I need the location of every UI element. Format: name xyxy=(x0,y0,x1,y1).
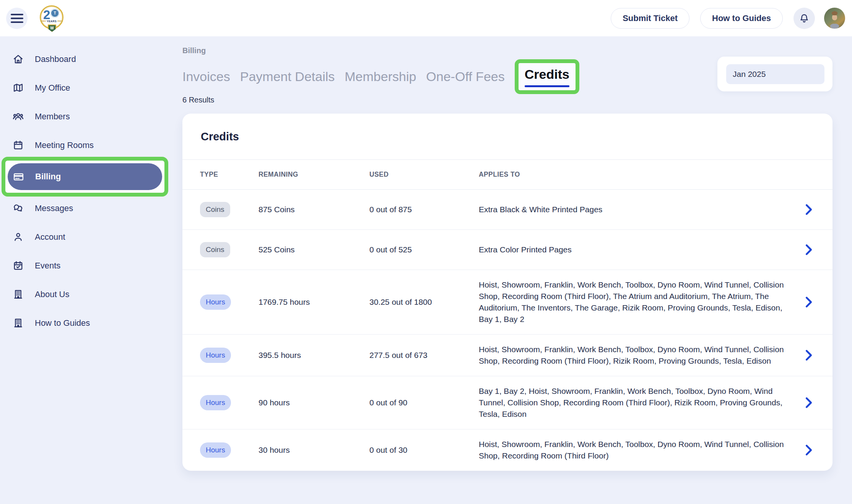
type-badge: Coins xyxy=(200,242,230,257)
used-value: 0 out of 30 xyxy=(369,445,479,455)
topbar: 2 T 2004 YEARS 2024 W Submit Ticket How … xyxy=(0,0,852,36)
sidebar-item-my-office[interactable]: My Office xyxy=(0,73,182,102)
applies-to-value: Extra Black & White Printed Pages xyxy=(479,204,796,215)
table-row[interactable]: Hours 1769.75 hours 30.25 out of 1800 Ho… xyxy=(182,270,832,335)
month-filter-input[interactable]: Jan 2025 xyxy=(726,64,824,84)
tab-credits[interactable]: Credits xyxy=(525,67,569,82)
used-value: 30.25 out of 1800 xyxy=(369,298,479,307)
logo-shield-icon: W xyxy=(48,24,56,32)
sidebar-item-label: How to Guides xyxy=(35,318,90,328)
annotation-highlight-billing: Billing xyxy=(2,157,168,197)
applies-to-value: Hoist, Showroom, Franklin, Work Bench, T… xyxy=(479,439,796,462)
sidebar: Dashboard My Office Members Meeting Room… xyxy=(0,36,182,337)
sidebar-item-label: Messages xyxy=(35,203,73,213)
hamburger-icon xyxy=(11,14,23,15)
tab-membership[interactable]: Membership xyxy=(345,69,416,84)
remaining-value: 395.5 hours xyxy=(259,351,369,360)
date-filter-card: Jan 2025 xyxy=(717,57,832,91)
hamburger-menu-button[interactable] xyxy=(6,8,28,29)
breadcrumb: Billing xyxy=(182,46,832,55)
sidebar-item-label: My Office xyxy=(35,83,70,93)
sidebar-item-meeting-rooms[interactable]: Meeting Rooms xyxy=(0,131,182,159)
table-header-row: TYPE REMAINING USED APPLIES TO xyxy=(182,160,832,190)
home-icon xyxy=(12,53,24,65)
chevron-right-icon[interactable] xyxy=(804,204,813,215)
card-title: Credits xyxy=(201,130,239,143)
results-count: 6 Results xyxy=(182,96,832,104)
sidebar-item-how-to-guides[interactable]: How to Guides xyxy=(0,309,182,337)
applies-to-value: Hoist, Showroom, Franklin, Work Bench, T… xyxy=(479,279,796,325)
table-row[interactable]: Coins 525 Coins 0 out of 525 Extra Color… xyxy=(182,230,832,270)
tab-payment-details[interactable]: Payment Details xyxy=(240,69,335,84)
sidebar-item-label: Account xyxy=(35,232,65,242)
used-value: 0 out of 525 xyxy=(369,245,479,254)
column-header-type: TYPE xyxy=(200,171,259,179)
members-icon xyxy=(12,111,24,122)
tab-one-off-fees[interactable]: One-Off Fees xyxy=(426,69,504,84)
person-icon xyxy=(12,231,24,243)
sidebar-item-messages[interactable]: Messages xyxy=(0,194,182,223)
chevron-right-icon[interactable] xyxy=(804,397,813,408)
remaining-value: 525 Coins xyxy=(259,245,369,254)
anniversary-logo: 2 T 2004 YEARS 2024 W xyxy=(40,5,64,32)
type-badge: Hours xyxy=(200,294,231,310)
remaining-value: 1769.75 hours xyxy=(259,298,369,307)
logo-seal-icon: T xyxy=(50,9,59,18)
map-icon xyxy=(12,82,24,94)
type-badge: Hours xyxy=(200,395,231,410)
bell-icon xyxy=(798,13,810,24)
applies-to-value: Hoist, Showroom, Franklin, Work Bench, T… xyxy=(479,344,796,367)
chat-icon xyxy=(12,202,24,214)
building-icon xyxy=(12,317,24,329)
chevron-right-icon[interactable] xyxy=(804,444,813,456)
used-value: 277.5 out of 673 xyxy=(369,351,479,360)
sidebar-item-label: Billing xyxy=(35,172,61,182)
sidebar-item-label: About Us xyxy=(35,289,70,299)
remaining-value: 90 hours xyxy=(259,398,369,407)
sidebar-item-label: Meeting Rooms xyxy=(35,140,94,150)
chevron-right-icon[interactable] xyxy=(804,350,813,361)
used-value: 0 out of 90 xyxy=(369,398,479,407)
submit-ticket-button[interactable]: Submit Ticket xyxy=(611,8,689,29)
type-badge: Coins xyxy=(200,202,230,217)
active-tab-underline xyxy=(525,85,569,87)
annotation-highlight-credits-tab: Credits xyxy=(515,59,579,94)
type-badge: Hours xyxy=(200,442,231,458)
chevron-right-icon[interactable] xyxy=(804,244,813,255)
table-row[interactable]: Hours 90 hours 0 out of 90 Bay 1, Bay 2,… xyxy=(182,376,832,429)
how-to-guides-button[interactable]: How to Guides xyxy=(700,8,783,29)
sidebar-item-billing[interactable]: Billing xyxy=(8,163,162,190)
table-row[interactable]: Hours 30 hours 0 out of 30 Hoist, Showro… xyxy=(182,429,832,471)
used-value: 0 out of 875 xyxy=(369,205,479,214)
column-header-remaining: REMAINING xyxy=(259,171,369,179)
building-icon xyxy=(12,288,24,300)
notifications-button[interactable] xyxy=(793,8,815,29)
column-header-applies-to: APPLIES TO xyxy=(479,171,796,179)
sidebar-item-members[interactable]: Members xyxy=(0,102,182,131)
main-content: Billing Invoices Payment Details Members… xyxy=(182,36,832,471)
calendar-icon xyxy=(12,139,24,151)
sidebar-item-account[interactable]: Account xyxy=(0,223,182,251)
chevron-right-icon[interactable] xyxy=(804,296,813,308)
sidebar-item-label: Members xyxy=(35,112,70,122)
remaining-value: 875 Coins xyxy=(259,205,369,214)
applies-to-value: Extra Color Printed Pages xyxy=(479,244,796,255)
column-header-used: USED xyxy=(369,171,479,179)
type-badge: Hours xyxy=(200,348,231,363)
calendar-check-icon xyxy=(12,260,24,272)
user-avatar[interactable] xyxy=(824,8,845,29)
sidebar-item-about-us[interactable]: About Us xyxy=(0,280,182,309)
sidebar-item-events[interactable]: Events xyxy=(0,251,182,280)
credit-card-icon xyxy=(13,171,24,183)
credits-card: Credits TYPE REMAINING USED APPLIES TO C… xyxy=(182,114,832,471)
remaining-value: 30 hours xyxy=(259,445,369,455)
applies-to-value: Bay 1, Bay 2, Hoist, Showroom, Franklin,… xyxy=(479,385,796,420)
sidebar-item-label: Events xyxy=(35,261,60,271)
tab-invoices[interactable]: Invoices xyxy=(182,69,230,84)
table-row[interactable]: Hours 395.5 hours 277.5 out of 673 Hoist… xyxy=(182,335,832,376)
table-row[interactable]: Coins 875 Coins 0 out of 875 Extra Black… xyxy=(182,190,832,230)
sidebar-item-dashboard[interactable]: Dashboard xyxy=(0,45,182,73)
sidebar-item-label: Dashboard xyxy=(35,54,76,64)
